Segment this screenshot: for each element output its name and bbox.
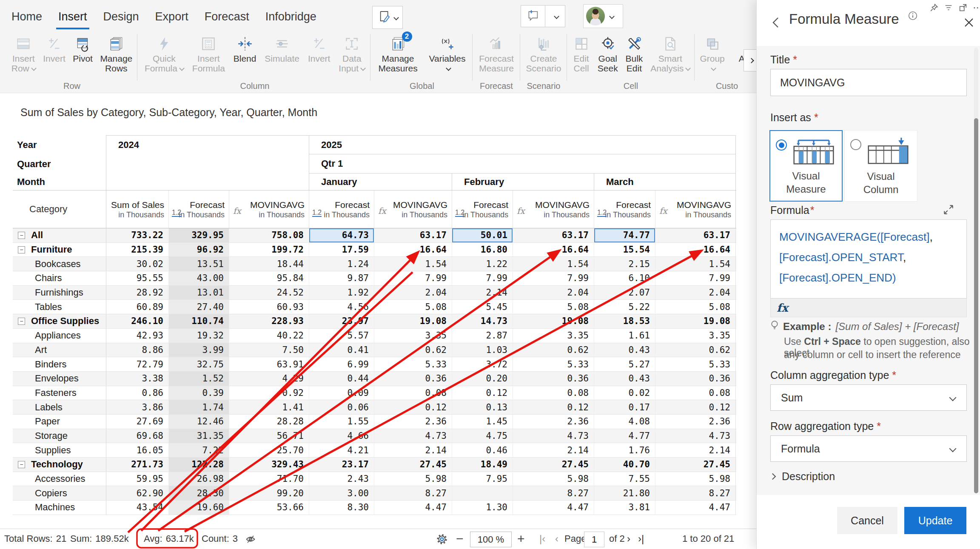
cell-technology-7[interactable]: 40.70 [594, 458, 655, 472]
cell-furnishings-4[interactable]: 2.04 [374, 286, 452, 300]
column-header-forecast[interactable]: 1.2Forecastin Thousands [594, 191, 655, 228]
cell-storage-2[interactable]: 56.71 [229, 429, 309, 443]
cell-machines-4[interactable]: 4.47 [374, 501, 452, 515]
ribbon-button-edit-cell[interactable]: EditCell [569, 34, 594, 73]
cell-accessories-3[interactable]: 2.43 [309, 472, 374, 486]
cell-fasteners-1[interactable]: 0.39 [168, 386, 229, 400]
cell-appliances-5[interactable]: 2.87 [452, 329, 513, 343]
cell-tables-8[interactable]: 5.08 [655, 300, 736, 314]
cell-binders-3[interactable]: 6.99 [309, 357, 374, 371]
cell-fasteners-0[interactable]: 0.86 [106, 386, 168, 400]
cell-furniture-5[interactable]: 16.80 [452, 243, 513, 257]
ribbon-button-pivot[interactable]: Pivot [70, 34, 95, 63]
cell-machines-8[interactable]: 4.47 [655, 501, 736, 515]
cell-paper-6[interactable]: 2.36 [513, 415, 594, 429]
next-page-button[interactable]: › [627, 529, 630, 549]
row-label-furniture[interactable]: −Furniture [13, 243, 106, 257]
row-label-storage[interactable]: Storage [13, 429, 106, 443]
open-in-window-icon[interactable] [958, 3, 968, 13]
cell-all-8[interactable]: 63.17 [655, 228, 736, 242]
cell-furnishings-5[interactable]: 2.14 [452, 286, 513, 300]
cell-office-supplies-1[interactable]: 110.74 [168, 314, 229, 328]
ribbon-button-create-scenario[interactable]: CreateScenario [524, 34, 564, 73]
row-label-bookcases[interactable]: Bookcases [13, 257, 106, 271]
row-label-labels[interactable]: Labels [13, 400, 106, 414]
cell-bookcases-2[interactable]: 18.44 [229, 257, 309, 271]
cell-furnishings-2[interactable]: 24.52 [229, 286, 309, 300]
cell-labels-3[interactable]: 0.06 [309, 400, 374, 414]
cell-chairs-4[interactable]: 7.99 [374, 271, 452, 285]
ribbon-button-forecast-measure[interactable]: ForecastMeasure [476, 34, 516, 73]
cell-copiers-4[interactable]: 8.27 [374, 486, 452, 500]
cell-chairs-8[interactable]: 7.99 [655, 271, 736, 285]
cell-binders-6[interactable]: 5.33 [513, 357, 594, 371]
cell-machines-2[interactable]: 53.66 [229, 501, 309, 515]
cell-furniture-1[interactable]: 96.92 [168, 243, 229, 257]
cell-tables-7[interactable]: 5.22 [594, 300, 655, 314]
update-button[interactable]: Update [904, 507, 966, 534]
cell-binders-7[interactable]: 5.27 [594, 357, 655, 371]
cell-art-1[interactable]: 3.99 [168, 343, 229, 357]
cell-tables-5[interactable]: 5.45 [452, 300, 513, 314]
cell-copiers-7[interactable]: 21.80 [594, 486, 655, 500]
cell-art-8[interactable]: 0.62 [655, 343, 736, 357]
cell-tables-1[interactable]: 27.40 [168, 300, 229, 314]
cell-appliances-4[interactable]: 3.35 [374, 329, 452, 343]
cell-all-5[interactable]: 50.01 [452, 228, 513, 242]
row-label-paper[interactable]: Paper [13, 415, 106, 429]
cell-tables-2[interactable]: 60.93 [229, 300, 309, 314]
cell-paper-2[interactable]: 28.28 [229, 415, 309, 429]
row-label-copiers[interactable]: Copiers [13, 486, 106, 500]
cell-tables-6[interactable]: 5.08 [513, 300, 594, 314]
cell-envelopes-3[interactable]: 0.44 [309, 372, 374, 386]
cell-chairs-6[interactable]: 7.99 [513, 271, 594, 285]
cell-storage-7[interactable]: 4.77 [594, 429, 655, 443]
cell-art-4[interactable]: 0.62 [374, 343, 452, 357]
cell-labels-8[interactable]: 0.12 [655, 400, 736, 414]
cell-appliances-0[interactable]: 42.93 [106, 329, 168, 343]
page-input[interactable]: 1 [584, 532, 604, 547]
cell-copiers-2[interactable]: 99.20 [229, 486, 309, 500]
cell-machines-6[interactable]: 4.47 [513, 501, 594, 515]
column-header-movingavg[interactable]: fxMOVINGAVGin Thousands [655, 191, 736, 228]
column-aggregation-select[interactable]: Sum [770, 384, 967, 411]
cell-all-6[interactable]: 63.17 [513, 228, 594, 242]
column-header-movingavg[interactable]: fxMOVINGAVGin Thousands [229, 191, 309, 228]
ribbon-button-simulate[interactable]: Simulate [262, 34, 302, 63]
month-header-february[interactable]: February [452, 174, 594, 190]
cell-copiers-6[interactable]: 8.27 [513, 486, 594, 500]
ribbon-button-insert-row[interactable]: InsertRow [9, 34, 38, 73]
cell-furnishings-7[interactable]: 2.07 [594, 286, 655, 300]
zoom-in-button[interactable]: + [517, 529, 525, 549]
cell-storage-8[interactable]: 4.73 [655, 429, 736, 443]
ribbon-button-data-input[interactable]: DataInput [336, 34, 368, 73]
column-header-movingavg[interactable]: fxMOVINGAVGin Thousands [513, 191, 594, 228]
pin-icon[interactable] [929, 3, 939, 13]
tab-design[interactable]: Design [95, 7, 147, 27]
title-input[interactable]: MOVINGAVG [770, 69, 967, 96]
expand-editor-icon[interactable] [943, 204, 954, 217]
cell-art-7[interactable]: 0.43 [594, 343, 655, 357]
cell-envelopes-7[interactable]: 0.43 [594, 372, 655, 386]
option-visual-measure[interactable]: Visual Measure [769, 130, 843, 202]
cell-technology-6[interactable]: 27.45 [513, 458, 594, 472]
cell-furniture-2[interactable]: 199.72 [229, 243, 309, 257]
cell-chairs-3[interactable]: 9.87 [309, 271, 374, 285]
cell-supplies-1[interactable]: 7.22 [168, 443, 229, 457]
cell-paper-0[interactable]: 27.69 [106, 415, 168, 429]
cell-technology-4[interactable]: 27.45 [374, 458, 452, 472]
cell-all-3[interactable]: 64.73 [309, 228, 374, 242]
cell-office-supplies-7[interactable]: 18.53 [594, 314, 655, 328]
ribbon-button-manage-rows[interactable]: ManageRows [97, 34, 135, 73]
cell-paper-3[interactable]: 1.55 [309, 415, 374, 429]
cell-fasteners-7[interactable]: 0.02 [594, 386, 655, 400]
cell-technology-5[interactable]: 18.49 [452, 458, 513, 472]
info-icon[interactable] [908, 11, 917, 22]
cell-office-supplies-6[interactable]: 19.08 [513, 314, 594, 328]
cell-storage-0[interactable]: 69.68 [106, 429, 168, 443]
row-label-fasteners[interactable]: Fasteners [13, 386, 106, 400]
zoom-level[interactable]: 100 % [470, 532, 512, 547]
cell-appliances-6[interactable]: 3.35 [513, 329, 594, 343]
column-header-forecast[interactable]: 1.2Forecastin Thousands [168, 191, 229, 228]
column-header-forecast[interactable]: 1.2Forecastin Thousands [309, 191, 374, 228]
